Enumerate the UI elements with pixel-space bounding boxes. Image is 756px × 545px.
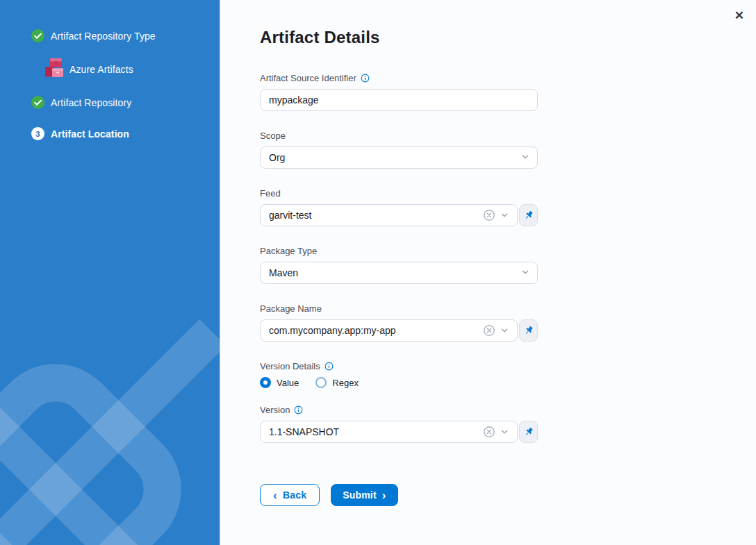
package-name-value: com.mycompany.app:my-app (269, 325, 481, 336)
wizard-sidebar: Artifact Repository Type Azure Artifacts (0, 0, 220, 545)
step-label: Artifact Repository (51, 97, 131, 108)
pin-button[interactable] (519, 204, 538, 226)
feed-label: Feed (260, 188, 281, 199)
substep-label: Azure Artifacts (69, 64, 133, 75)
field-feed: Feed garvit-test (260, 188, 538, 226)
pin-button[interactable] (519, 421, 538, 443)
chevron-left-icon: ‹ (273, 489, 277, 501)
feed-combobox[interactable]: garvit-test (260, 204, 518, 226)
scope-selected-value: Org (269, 152, 285, 163)
pin-button[interactable] (519, 319, 538, 342)
sidebar-step-artifact-location[interactable]: 3 Artifact Location (31, 127, 220, 140)
sidebar-step-artifact-repository[interactable]: Artifact Repository (31, 96, 220, 109)
step-number-icon: 3 (31, 127, 44, 140)
field-artifact-source-identifier: Artifact Source Identifier (260, 73, 538, 111)
feed-value: garvit-test (269, 210, 481, 221)
clear-icon[interactable] (481, 324, 498, 337)
artifact-source-identifier-input[interactable] (260, 89, 538, 111)
package-name-label: Package Name (260, 303, 322, 314)
info-icon[interactable] (324, 362, 334, 371)
version-value: 1.1-SNAPSHOT (269, 426, 481, 437)
submit-button[interactable]: Submit › (331, 484, 398, 506)
sidebar-step-artifact-repository-type[interactable]: Artifact Repository Type (31, 29, 220, 42)
scope-select[interactable]: Org (260, 146, 538, 169)
artifact-details-form: Artifact Source Identifier Scope Org (260, 73, 538, 506)
sidebar-substep-azure-artifacts[interactable]: Azure Artifacts (44, 58, 220, 81)
artifact-wizard-dialog: Artifact Repository Type Azure Artifacts (0, 0, 756, 545)
clear-icon[interactable] (481, 426, 498, 438)
step-label: Artifact Repository Type (51, 31, 156, 42)
azure-artifacts-icon (44, 58, 64, 81)
field-scope: Scope Org (260, 131, 538, 169)
wizard-footer: ‹ Back Submit › (260, 484, 538, 506)
back-button[interactable]: ‹ Back (260, 484, 320, 506)
chevron-down-icon (520, 152, 530, 164)
clear-icon[interactable] (481, 209, 498, 221)
version-label: Version (260, 405, 290, 415)
chevron-down-icon[interactable] (498, 427, 511, 437)
check-circle-icon (31, 96, 44, 109)
field-package-type: Package Type Maven (260, 246, 538, 284)
chevron-down-icon (520, 267, 530, 279)
version-details-label: Version Details (260, 361, 320, 371)
radio-unselected-icon (315, 377, 327, 388)
package-type-selected-value: Maven (269, 267, 298, 278)
chevron-right-icon: › (382, 489, 386, 501)
step-label: Artifact Location (51, 128, 129, 140)
package-type-label: Package Type (260, 246, 317, 256)
scope-label: Scope (260, 131, 286, 141)
version-combobox[interactable]: 1.1-SNAPSHOT (260, 421, 518, 443)
check-circle-icon (31, 29, 44, 42)
radio-selected-icon (260, 377, 271, 388)
radio-regex[interactable]: Regex (315, 377, 359, 388)
radio-value[interactable]: Value (260, 377, 299, 388)
close-icon[interactable]: ✕ (732, 7, 747, 24)
field-version: Version 1.1-SNAPSHOT (260, 405, 538, 443)
info-icon[interactable] (361, 74, 370, 83)
artifact-details-panel: ✕ Artifact Details Artifact Source Ident… (220, 0, 756, 545)
field-package-name: Package Name com.mycompany.app:my-app (260, 303, 538, 342)
info-icon[interactable] (294, 405, 303, 414)
package-name-combobox[interactable]: com.mycompany.app:my-app (260, 319, 518, 342)
field-version-details: Version Details Value Regex (260, 361, 538, 388)
chevron-down-icon[interactable] (498, 326, 511, 335)
chevron-down-icon[interactable] (498, 210, 511, 220)
page-title: Artifact Details (260, 28, 756, 47)
artifact-source-identifier-label: Artifact Source Identifier (260, 73, 356, 83)
harness-logo-watermark (0, 309, 220, 545)
package-type-select[interactable]: Maven (260, 262, 538, 284)
